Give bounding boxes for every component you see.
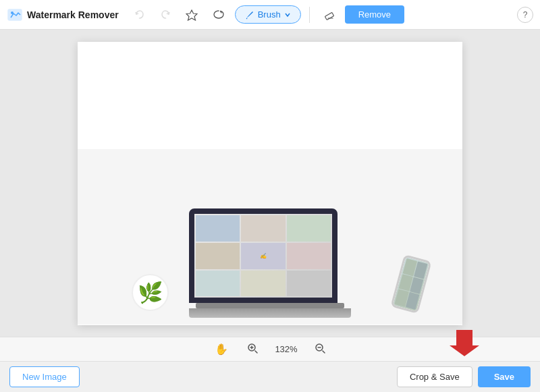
zoom-out-icon bbox=[315, 343, 325, 354]
polygon-icon bbox=[186, 9, 198, 21]
app-title: Watermark Remover bbox=[27, 9, 119, 20]
zoom-out-button[interactable] bbox=[310, 341, 329, 358]
screen-cell bbox=[287, 243, 331, 269]
redo-icon bbox=[160, 9, 171, 20]
lasso-tool-button[interactable] bbox=[208, 5, 230, 24]
screen-cell bbox=[241, 215, 285, 242]
svg-marker-5 bbox=[450, 330, 479, 356]
toolbar-divider bbox=[309, 7, 310, 23]
phone-element bbox=[390, 254, 431, 314]
zoom-in-button[interactable] bbox=[243, 341, 262, 358]
svg-marker-2 bbox=[186, 10, 197, 20]
redo-button[interactable] bbox=[155, 6, 176, 24]
plant-leaves-icon: 🌿 bbox=[138, 283, 163, 303]
image-scene: 🌿 ✍ bbox=[78, 149, 462, 325]
laptop-screen-content: ✍ bbox=[194, 214, 332, 298]
screen-cell bbox=[287, 215, 331, 242]
brush-icon bbox=[245, 10, 254, 20]
image-top-white bbox=[78, 42, 462, 150]
hand-tool-button[interactable]: ✋ bbox=[211, 341, 232, 357]
laptop-base bbox=[189, 308, 351, 318]
brush-button[interactable]: Brush bbox=[235, 5, 301, 24]
svg-rect-3 bbox=[325, 12, 333, 20]
screen-cell bbox=[196, 271, 240, 297]
footer: New Image Crop & Save Save bbox=[0, 361, 540, 392]
laptop-keyboard bbox=[196, 303, 344, 308]
image-container[interactable]: 🌿 ✍ bbox=[78, 42, 462, 325]
brush-label: Brush bbox=[258, 9, 281, 20]
logo-icon bbox=[7, 7, 23, 23]
screen-cell: ✍ bbox=[241, 243, 285, 269]
remove-button[interactable]: Remove bbox=[345, 5, 404, 24]
screen-cell bbox=[196, 215, 240, 242]
image-content: 🌿 ✍ bbox=[78, 42, 462, 325]
laptop-element: ✍ bbox=[189, 208, 351, 318]
undo-button[interactable] bbox=[130, 6, 150, 24]
zoom-in-icon bbox=[247, 343, 258, 354]
undo-icon bbox=[134, 9, 145, 20]
hand-icon: ✋ bbox=[215, 343, 228, 355]
laptop-screen: ✍ bbox=[189, 208, 338, 303]
screen-cell bbox=[287, 271, 331, 297]
plant-element: 🌿 bbox=[132, 274, 169, 311]
new-image-button[interactable]: New Image bbox=[9, 366, 80, 387]
download-arrow bbox=[450, 327, 479, 359]
phone-body bbox=[390, 254, 431, 314]
app-logo: Watermark Remover bbox=[7, 7, 119, 23]
chevron-down-icon bbox=[284, 11, 291, 18]
save-button[interactable]: Save bbox=[478, 366, 531, 387]
toolbar: Watermark Remover Brush bbox=[0, 0, 540, 30]
download-arrow-icon bbox=[450, 327, 479, 356]
status-bar: ✋ 132% bbox=[0, 337, 540, 361]
canvas-area: 🌿 ✍ bbox=[0, 30, 540, 337]
screen-cell bbox=[196, 243, 240, 269]
crop-save-button[interactable]: Crop & Save bbox=[397, 366, 473, 387]
svg-line-7 bbox=[255, 351, 257, 353]
help-button[interactable]: ? bbox=[517, 7, 533, 23]
screen-cell bbox=[241, 271, 285, 297]
eraser-tool-button[interactable] bbox=[318, 5, 340, 24]
phone-screen bbox=[393, 257, 429, 312]
plant-pot: 🌿 bbox=[132, 274, 169, 311]
zoom-level: 132% bbox=[273, 344, 300, 354]
svg-line-11 bbox=[323, 351, 325, 353]
polygon-tool-button[interactable] bbox=[181, 5, 202, 24]
svg-point-1 bbox=[11, 11, 14, 14]
eraser-icon bbox=[323, 9, 335, 21]
lasso-icon bbox=[213, 9, 225, 21]
